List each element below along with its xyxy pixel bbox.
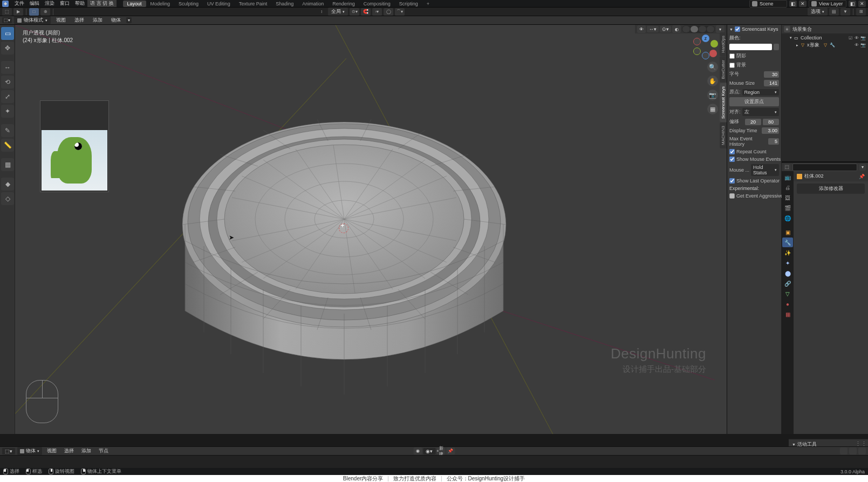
menu-window[interactable]: 窗口 (57, 0, 72, 7)
color-picker-button[interactable] (774, 44, 779, 50)
viewport-menu-select[interactable]: 选择 (71, 17, 87, 24)
node-tree-type-icon[interactable]: ◉ (413, 447, 422, 454)
3d-viewport[interactable]: 用户透视 (局部) (24) x形象 | 柱体.002 (15, 25, 727, 434)
pin-icon[interactable]: 📌 (859, 174, 865, 179)
outliner-collection-row[interactable]: ▾ ▭ Collection ☑ 👁 📷 (782, 35, 868, 41)
timeline-menu-node[interactable]: 节点 (96, 447, 111, 454)
workspace-tab-compositing[interactable]: Compositing (359, 1, 395, 7)
navigation-gizmo[interactable]: Z (693, 35, 718, 59)
showlastop-checkbox[interactable] (729, 178, 735, 184)
prop-tab-effects[interactable]: ✨ (782, 248, 793, 257)
blender-logo-icon[interactable]: ◆ (2, 1, 9, 7)
timeline-body[interactable] (0, 455, 868, 468)
pivot-icon[interactable]: ⊙▾ (350, 8, 359, 16)
menu-render[interactable]: 渲染 (42, 0, 57, 7)
fontsize-value[interactable]: 30 (764, 71, 779, 78)
workspace-tab-sculpting[interactable]: Sculpting (174, 1, 203, 7)
pin-nodetree-icon[interactable]: 📌 (446, 447, 455, 454)
prop-tab-render[interactable]: 📺 (782, 172, 793, 182)
editor-type-dropdown[interactable]: ⬚▾ (2, 17, 12, 23)
snap-type-icon[interactable]: ▫▾ (372, 8, 382, 16)
screencast-enable-checkbox[interactable] (735, 26, 740, 32)
mousesize-value[interactable]: 141 (764, 80, 779, 86)
prop-tab-viewlayer[interactable]: 🖼 (782, 193, 793, 202)
timeline-menu-view[interactable]: 视图 (44, 447, 59, 454)
disable-render-icon[interactable]: 📷 (860, 43, 866, 48)
set-object-tool-icon[interactable]: ▶ (13, 8, 23, 16)
tool-addon-2[interactable]: ◇ (1, 192, 14, 205)
properties-editor-icon[interactable]: ⬚ (784, 164, 790, 171)
prop-tab-texture[interactable]: ▦ (782, 309, 793, 319)
shading-rendered[interactable] (707, 26, 714, 32)
workspace-tab-uv[interactable]: UV Editing (203, 1, 235, 7)
prop-tab-physics[interactable]: ⬤ (782, 268, 793, 278)
disable-render-icon[interactable]: 📷 (860, 35, 866, 40)
funnel-icon[interactable]: ▼ (840, 8, 850, 16)
timeline-opt-1[interactable] (840, 447, 848, 454)
tool-annotate[interactable]: ✎ (1, 124, 14, 137)
shading-wireframe[interactable] (682, 26, 690, 32)
perspective-toggle-icon[interactable]: ▦ (707, 104, 718, 114)
cursor-tool-icon[interactable]: ⊕ (40, 8, 50, 16)
vtab-boxcutter[interactable]: BoxCutter (720, 57, 727, 83)
offset-x-value[interactable]: 20 (745, 119, 761, 125)
gizmo-y-axis[interactable] (710, 40, 718, 47)
filter-outliner-icon[interactable]: ▤ (829, 8, 839, 16)
prop-tab-output[interactable]: 🖨 (782, 182, 793, 192)
menu-file[interactable]: 文件 (12, 0, 27, 7)
transform-orientation-select[interactable]: 全局 ▾ (328, 8, 348, 16)
tool-transform[interactable]: ✦ (1, 105, 14, 118)
editor-type-icon[interactable]: ⬚ (2, 8, 12, 16)
shading-solid[interactable] (691, 26, 698, 32)
tool-select-box[interactable]: ▭ (1, 27, 14, 40)
mode-select[interactable]: 物体模式 ▾ (14, 16, 51, 24)
workspace-tab-add[interactable]: + (422, 1, 434, 7)
workspace-tab-rendering[interactable]: Rendering (328, 1, 359, 7)
outliner-object-row[interactable]: ▸ ▽ x形象 ▽ 🔧 👁 📷 (782, 41, 868, 49)
maxevent-value[interactable]: 5 (768, 138, 779, 145)
viewlayer-delete-button[interactable]: ✕ (858, 1, 866, 7)
workspace-tab-layout[interactable]: Layout (123, 1, 146, 7)
select-box-tool-icon[interactable]: □ (29, 8, 39, 16)
exclude-checkbox-icon[interactable]: ☑ (848, 35, 853, 40)
outliner-editor-type-icon[interactable]: ≡ (784, 26, 790, 32)
prop-tab-constraints[interactable]: 🔗 (782, 279, 793, 288)
prop-tab-material[interactable]: ● (782, 299, 793, 309)
prop-tab-scene[interactable]: 🎬 (782, 203, 793, 213)
gizmo-x-axis[interactable] (709, 50, 717, 57)
workspace-tab-modeling[interactable]: Modeling (146, 1, 175, 7)
vtab-machin3[interactable]: MACHIN3 (720, 123, 727, 148)
new-collection-icon[interactable]: ⊞ (856, 8, 866, 16)
shading-options-dropdown[interactable]: ▾ (716, 25, 725, 33)
repeatcount-checkbox[interactable] (729, 149, 735, 154)
node-tree-selector[interactable]: ◉▾ (423, 448, 435, 454)
origin-dropdown[interactable]: Region▾ (742, 89, 779, 96)
orientation-icon[interactable]: ↕ (317, 8, 326, 16)
options-dropdown[interactable]: 选项 ▾ (808, 8, 828, 16)
scene-delete-button[interactable]: ✕ (799, 1, 807, 7)
gizmo-neg-y[interactable] (693, 47, 701, 55)
scene-name-input[interactable] (760, 1, 784, 6)
timeline-menu-add[interactable]: 添加 (79, 447, 94, 454)
mousemode-dropdown[interactable]: Hold Status▾ (751, 164, 779, 176)
prop-tab-modifiers[interactable]: 🔧 (782, 237, 793, 247)
workspace-tab-shading[interactable]: Shading (271, 1, 298, 7)
tool-measure[interactable]: 📏 (1, 139, 14, 152)
timeline-opt-2[interactable] (849, 447, 857, 454)
new-nodetree-button[interactable]: + 新建 (436, 447, 445, 454)
gizmo-neg-x[interactable] (693, 38, 701, 45)
align-dropdown[interactable]: 左▾ (742, 108, 779, 116)
menu-help[interactable]: 帮助 (72, 0, 87, 7)
viewport-menu-add[interactable]: 添加 (90, 17, 106, 24)
prop-tab-world[interactable]: 🌐 (782, 213, 793, 223)
timeline-opt-3[interactable] (858, 447, 866, 454)
workspace-tab-texpaint[interactable]: Texture Paint (235, 1, 272, 7)
panel-header-screencast[interactable]: ▼ Screencast Keys (727, 25, 781, 33)
timeline-mode-select[interactable]: 物体 ▾ (17, 447, 42, 455)
workspace-tab-animation[interactable]: Animation (298, 1, 328, 7)
tool-addon-1[interactable]: ◆ (1, 178, 14, 191)
view-object-types-icon[interactable]: 👁 (637, 25, 646, 33)
timeline-editor-type[interactable]: ⬚▾ (2, 448, 15, 454)
shading-matprev[interactable] (699, 26, 706, 32)
menu-edit[interactable]: 编辑 (27, 0, 42, 7)
